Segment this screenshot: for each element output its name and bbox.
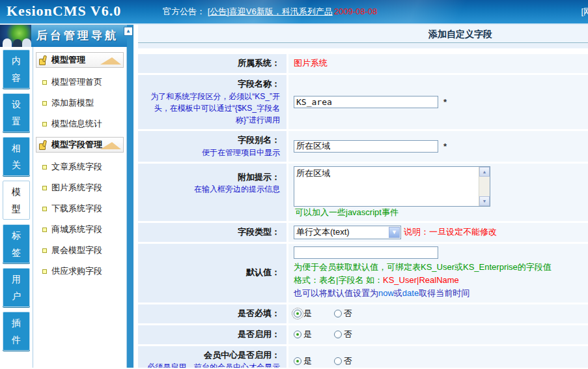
member-center-yes-radio[interactable] <box>294 357 301 365</box>
required-no-radio[interactable] <box>334 310 342 317</box>
bullet-icon <box>42 269 47 274</box>
row-default-value: 默认值： 为便于会员获取默认值，可绑定表KS_User或KS_Enterpris… <box>138 244 588 303</box>
row-required: 是否必填： 是 否 <box>138 304 588 323</box>
menu-item-exhibit-fields[interactable]: 展会模型字段 <box>33 240 126 261</box>
member-center-hint: 必须是启用，前台的会员中心才会显示 <box>142 361 280 368</box>
bullet-icon <box>42 165 47 170</box>
system-label: 所属系统： <box>142 57 280 70</box>
row-field-alias: 字段别名： 便于在管理项目中显示 * <box>138 131 588 162</box>
app-logo: KesionCMS V6.0 <box>7 3 121 20</box>
announcement-link[interactable]: [公告]喜迎V6新版，科汛系列产品 <box>208 7 333 16</box>
sidebar-menu: 模型管理 模型管理首页 添加新模型 模型信息统计 模型字段管理 文章系统字段 图… <box>33 47 127 368</box>
main-content: 添加自定义字段 所属系统： 图片系统 字段名称： 为了和系统字段区分，必须以“K… <box>133 25 588 368</box>
bullet-icon <box>42 228 47 232</box>
field-type-label: 字段类型： <box>142 226 280 239</box>
sidebar-tab-model[interactable]: 模型 <box>3 181 30 220</box>
menu-item-supply-fields[interactable]: 供应求购字段 <box>33 261 126 282</box>
bullet-icon <box>42 80 47 85</box>
field-name-input[interactable] <box>294 96 438 108</box>
sidebar-tab-plugins[interactable]: 插件 <box>3 312 30 351</box>
field-name-hint: 为了和系统字段区分，必须以“KS_”开头，在模板中可以通过“{$KS_字段名称}… <box>142 91 280 126</box>
enabled-yes-label[interactable]: 是 <box>303 329 312 340</box>
field-type-note: 说明：一旦设定不能修改 <box>404 226 497 238</box>
bullet-icon <box>42 186 47 190</box>
row-field-type: 字段类型： 单行文本(text) ▼ 说明：一旦设定不能修改 <box>138 223 588 242</box>
group-arrow-decoration <box>100 57 121 65</box>
row-system: 所属系统： 图片系统 <box>138 54 588 73</box>
required-asterisk: * <box>443 97 447 107</box>
extra-tip-label: 附加提示： <box>142 171 280 184</box>
menu-item-download-fields[interactable]: 下载系统字段 <box>33 198 126 219</box>
menu-item-model-stats[interactable]: 模型信息统计 <box>33 113 126 134</box>
menu-item-shop-fields[interactable]: 商城系统字段 <box>33 219 126 240</box>
page-title-bar: 添加自定义字段 <box>138 25 588 43</box>
default-hint-1: 为便于会员获取默认值，可绑定表KS_User或KS_Enterprise的字段值 <box>294 261 583 274</box>
bullet-icon <box>42 248 47 253</box>
required-no-label[interactable]: 否 <box>344 308 352 319</box>
bullet-icon <box>42 207 47 211</box>
extra-tip-hint: 在输入框旁边的提示信息 <box>142 183 280 195</box>
menu-item-model-home[interactable]: 模型管理首页 <box>33 72 126 93</box>
required-yes-radio[interactable] <box>294 310 301 317</box>
sidebar-divider[interactable] <box>127 25 133 368</box>
menu-item-article-fields[interactable]: 文章系统字段 <box>33 156 126 177</box>
required-label: 是否必填： <box>142 308 280 320</box>
module-tabs-column: 内容 设置 相关 模型 标签 用户 插件 <box>0 47 33 368</box>
enabled-yes-radio[interactable] <box>294 331 301 338</box>
extra-tip-textarea[interactable]: 所在区域 ▲ ▼ <box>294 166 490 207</box>
row-member-center: 会员中心是否启用： 必须是启用，前台的会员中心才会显示 是 否 <box>138 346 588 368</box>
scroll-down-icon[interactable]: ▼ <box>479 196 490 206</box>
member-center-no-label[interactable]: 否 <box>344 355 352 367</box>
enabled-label: 是否启用： <box>142 329 280 341</box>
thumb-up-icon <box>39 55 48 65</box>
row-extra-tip: 附加提示： 在输入框旁边的提示信息 所在区域 ▲ ▼ 可以加入一些javascr… <box>138 164 588 221</box>
menu-group-model-management[interactable]: 模型管理 <box>36 52 124 68</box>
enabled-no-label[interactable]: 否 <box>344 329 352 340</box>
required-yes-label[interactable]: 是 <box>303 308 312 319</box>
default-value-label: 默认值： <box>142 267 280 279</box>
field-type-select[interactable]: 单行文本(text) ▼ <box>294 226 401 239</box>
sidebar-tab-content[interactable]: 内容 <box>3 50 30 89</box>
textarea-scrollbar[interactable]: ▲ ▼ <box>479 167 490 206</box>
custom-field-form: 所属系统： 图片系统 字段名称： 为了和系统字段区分，必须以“KS_”开头，在模… <box>138 54 588 368</box>
member-center-no-radio[interactable] <box>334 357 342 365</box>
scroll-up-icon[interactable]: ▲ <box>479 167 490 177</box>
default-value-input[interactable] <box>294 246 438 259</box>
menu-group-field-management[interactable]: 模型字段管理 <box>36 137 124 153</box>
announcement-bar: 官方公告： [公告]喜迎V6新版，科汛系列产品2009-08-08 <box>163 6 377 18</box>
field-alias-hint: 便于在管理项目中显示 <box>142 147 280 158</box>
title-sub-strip <box>138 43 588 49</box>
collapse-arrow-icon[interactable]: ▲ <box>124 27 133 36</box>
sidebar-tab-settings[interactable]: 设置 <box>3 93 30 132</box>
row-enabled: 是否启用： 是 否 <box>138 325 588 344</box>
sidebar-tab-tags[interactable]: 标签 <box>3 224 30 263</box>
default-hint-3: 也可以将默认值设置为now或date取得当前时间 <box>294 287 583 300</box>
system-value: 图片系统 <box>294 57 328 69</box>
page-title: 添加自定义字段 <box>138 25 588 43</box>
field-alias-label: 字段别名： <box>142 134 280 147</box>
default-hint-2: 格式：表名|字段名 如：KS_User|RealName <box>294 274 583 287</box>
team-photo <box>0 25 31 47</box>
announcement-date: 2009-08-08 <box>334 7 378 16</box>
javascript-note: 可以加入一些javascript事件 <box>295 207 399 218</box>
field-name-label: 字段名称： <box>142 78 280 91</box>
group-arrow-decoration <box>100 142 121 149</box>
sidebar-tab-users[interactable]: 用户 <box>3 268 30 307</box>
member-center-yes-label[interactable]: 是 <box>303 355 312 367</box>
corner-link[interactable]: [网 <box>581 6 588 18</box>
sidebar-header: 后台管理导航 <box>0 25 127 47</box>
enabled-no-radio[interactable] <box>334 331 342 338</box>
menu-item-image-fields[interactable]: 图片系统字段 <box>33 177 126 198</box>
sidebar-title: 后台管理导航 <box>31 25 127 47</box>
announcement-label: 官方公告： <box>163 7 205 16</box>
top-header: KesionCMS V6.0 官方公告： [公告]喜迎V6新版，科汛系列产品20… <box>0 0 588 25</box>
required-asterisk: * <box>443 141 447 151</box>
bullet-icon <box>42 122 47 126</box>
dropdown-arrow-icon[interactable]: ▼ <box>389 227 400 238</box>
thumb-up-icon <box>39 140 48 150</box>
sidebar: 后台管理导航 内容 设置 相关 模型 标签 用户 插件 模型管理 模型管理首页 … <box>0 25 127 368</box>
member-center-label: 会员中心是否启用： <box>142 349 280 362</box>
menu-item-add-model[interactable]: 添加新模型 <box>33 93 126 113</box>
field-alias-input[interactable] <box>294 140 438 153</box>
sidebar-tab-related[interactable]: 相关 <box>3 137 30 176</box>
